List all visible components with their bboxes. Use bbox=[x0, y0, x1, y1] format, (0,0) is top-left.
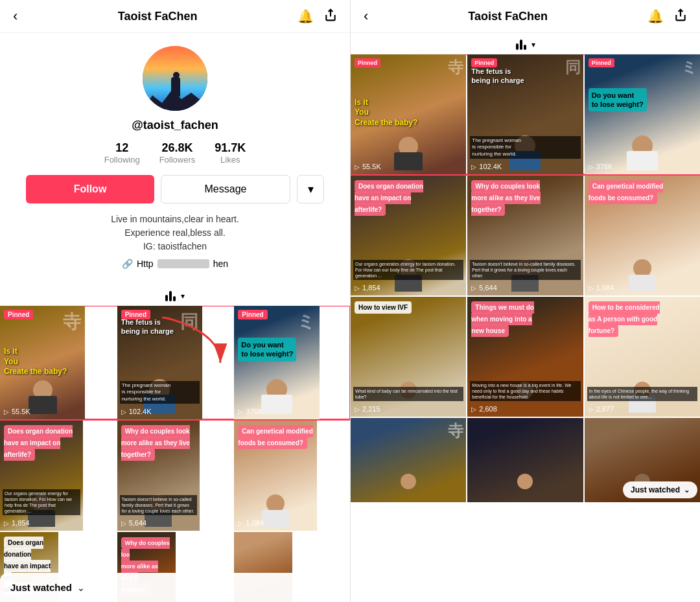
right-video-subtitle-4: Our organs generates energy for taoism d… bbox=[353, 260, 463, 280]
right-row-4: 寺 Just watched ⌄ bbox=[351, 418, 700, 502]
right-video-subtitle-2: The pregnant womanis responsible fornurt… bbox=[470, 136, 580, 159]
left-grid-tab[interactable] bbox=[165, 291, 176, 301]
right-kanji-3: ミ bbox=[681, 57, 697, 78]
right-video-11[interactable] bbox=[467, 418, 583, 502]
right-video-subtitle-5: Taoism doesn't believe in so-called fami… bbox=[470, 260, 580, 280]
right-video-2[interactable]: 同 Pinned The fetus isbeing in charge The… bbox=[467, 54, 583, 174]
left-video-count-4: ▷ 1,854 bbox=[4, 519, 30, 527]
left-video-content: 寺 Pinned Is itYouCreate the baby? ▷ 55.5… bbox=[0, 306, 350, 602]
left-panel: ‹ Taoist FaChen 🔔 bbox=[0, 0, 350, 602]
right-video-12[interactable]: Just watched ⌄ bbox=[585, 418, 700, 502]
left-video-2[interactable]: 同 Pinned The fetus isbeing in charge The… bbox=[117, 306, 202, 419]
left-likes-label: Likes bbox=[220, 155, 240, 165]
right-video-grid: 寺 Pinned Is itYouCreate the baby? ▷ 55.5… bbox=[351, 54, 700, 602]
link-icon: 🔗 bbox=[122, 259, 133, 269]
right-video-count-3: ▷ 376K bbox=[589, 163, 613, 170]
right-video-count-2: ▷ 102.4K bbox=[471, 163, 502, 170]
left-actions-row: Follow Message ▾ bbox=[13, 175, 337, 203]
left-video-count-3: ▷ 376K bbox=[238, 408, 262, 415]
left-video-title-6: Can genetical modifiedfoods be consumed? bbox=[238, 424, 313, 448]
left-video-5[interactable]: Why do couples lookmore alike as they li… bbox=[117, 421, 200, 531]
right-video-3[interactable]: ミ Pinned Do you wantto lose weight? ▷ 37… bbox=[585, 54, 700, 174]
right-video-title-3: Do you wantto lose weight? bbox=[589, 88, 696, 112]
left-video-title-4: Does organ donationhave an impact onafte… bbox=[4, 424, 79, 459]
kanji-1: 寺 bbox=[63, 310, 81, 334]
left-page-title: Taoist FaChen bbox=[118, 10, 198, 23]
right-header: ‹ Taoist FaChen 🔔 bbox=[351, 0, 700, 33]
left-pinned-row: 寺 Pinned Is itYouCreate the baby? ▷ 55.5… bbox=[0, 306, 350, 419]
right-video-subtitle-7: What kind of baby can be reincarnated in… bbox=[353, 387, 463, 401]
right-back-button[interactable]: ‹ bbox=[364, 8, 368, 25]
right-video-count-4: ▷ 1,854 bbox=[355, 284, 380, 292]
left-video-title-2: The fetus isbeing in charge bbox=[121, 318, 198, 336]
right-video-5[interactable]: Why do couples lookmore alike as they li… bbox=[467, 176, 583, 295]
left-header-icons: 🔔 bbox=[298, 8, 337, 25]
left-followers-count: 26.8K bbox=[161, 141, 192, 155]
right-video-7[interactable]: How to view IVF What kind of baby can be… bbox=[351, 297, 466, 417]
left-video-title-5: Why do couples lookmore alike as they li… bbox=[121, 424, 196, 459]
right-video-8[interactable]: Things we must dowhen moving into anew h… bbox=[467, 297, 583, 417]
left-just-watched[interactable]: Just watched ⌄ bbox=[0, 573, 350, 602]
left-video-4[interactable]: Does organ donationhave an impact onafte… bbox=[0, 421, 83, 531]
left-likes-count: 91.7K bbox=[215, 141, 246, 155]
right-video-count-1: ▷ 55.5K bbox=[355, 163, 381, 170]
left-just-watched-chevron: ⌄ bbox=[77, 583, 85, 593]
right-video-count-5: ▷ 5,644 bbox=[471, 284, 497, 292]
left-video-count-1: ▷ 55.5K bbox=[4, 408, 30, 415]
left-following-label: Following bbox=[104, 155, 140, 165]
right-just-watched[interactable]: Just watched ⌄ bbox=[623, 481, 697, 498]
right-pinned-1: Pinned bbox=[355, 58, 380, 67]
left-tab-dropdown[interactable]: ▾ bbox=[181, 292, 185, 301]
message-button[interactable]: Message bbox=[161, 175, 290, 203]
right-video-4[interactable]: Does organ donationhave an impact onafte… bbox=[351, 176, 466, 295]
play-icon-1: ▷ bbox=[4, 408, 9, 415]
right-video-title-7: How to view IVF bbox=[355, 301, 462, 312]
right-share-icon[interactable] bbox=[674, 8, 687, 25]
left-bio: Live in mountains,clear in heart. Experi… bbox=[111, 213, 239, 253]
left-row-2: Does organ donationhave an impact onafte… bbox=[0, 421, 350, 531]
left-profile-section: @taoist_fachen 12 Following 26.8K Follow… bbox=[0, 33, 350, 284]
right-row-3: How to view IVF What kind of baby can be… bbox=[351, 297, 700, 417]
right-video-title-2: The fetus isbeing in charge bbox=[471, 67, 579, 86]
left-video-subtitle-4: Our organs generate energy for taoism do… bbox=[3, 489, 80, 515]
follow-button[interactable]: Follow bbox=[26, 175, 154, 203]
more-options-button[interactable]: ▾ bbox=[297, 175, 324, 203]
play-icon-3: ▷ bbox=[238, 408, 243, 415]
left-share-icon[interactable] bbox=[324, 8, 337, 25]
right-video-title-9: How to be consideredas A person with goo… bbox=[589, 301, 696, 336]
left-stat-likes: 91.7K Likes bbox=[215, 141, 246, 165]
link-text[interactable]: Http bbox=[137, 259, 154, 269]
right-grid-tab[interactable] bbox=[516, 40, 526, 50]
right-pinned-3: Pinned bbox=[589, 58, 614, 67]
left-just-watched-label: Just watched bbox=[10, 582, 72, 593]
right-tab-dropdown[interactable]: ▾ bbox=[531, 40, 535, 49]
right-bell-icon[interactable]: 🔔 bbox=[648, 8, 664, 24]
right-video-9[interactable]: How to be consideredas A person with goo… bbox=[585, 297, 700, 417]
left-stats-row: 12 Following 26.8K Followers 91.7K Likes bbox=[104, 141, 246, 165]
left-followers-label: Followers bbox=[159, 155, 196, 165]
link-suffix: hen bbox=[213, 259, 228, 269]
left-stat-followers: 26.8K Followers bbox=[159, 141, 196, 165]
right-header-icons: 🔔 bbox=[648, 8, 687, 25]
left-video-subtitle-5: Taoism doesn't believe in so-called fami… bbox=[120, 495, 198, 515]
right-video-title-6: Can genetical modifiedfoods be consumed? bbox=[589, 179, 696, 203]
left-following-count: 12 bbox=[115, 141, 128, 155]
left-pinned-badge-1: Pinned bbox=[4, 310, 33, 319]
left-video-count-2: ▷ 102.4K bbox=[121, 408, 152, 415]
left-tab-bar: ▾ bbox=[0, 284, 350, 306]
left-back-button[interactable]: ‹ bbox=[13, 8, 18, 25]
kanji-3: ミ bbox=[297, 310, 316, 334]
right-video-6[interactable]: Can genetical modifiedfoods be consumed?… bbox=[585, 176, 700, 295]
avatar bbox=[143, 46, 207, 111]
right-video-count-6: ▷ 1,084 bbox=[589, 284, 614, 292]
left-video-1[interactable]: 寺 Pinned Is itYouCreate the baby? ▷ 55.5… bbox=[0, 306, 85, 419]
left-video-title-1: Is itYouCreate the baby? bbox=[4, 347, 81, 377]
right-video-10[interactable]: 寺 bbox=[351, 418, 466, 502]
right-video-title-8: Things we must dowhen moving into anew h… bbox=[471, 301, 579, 336]
right-video-1[interactable]: 寺 Pinned Is itYouCreate the baby? ▷ 55.5… bbox=[351, 54, 466, 174]
right-panel: ‹ Taoist FaChen 🔔 ▾ bbox=[350, 0, 700, 602]
left-bell-icon[interactable]: 🔔 bbox=[298, 8, 314, 24]
right-tab-bar: ▾ bbox=[351, 33, 700, 54]
left-video-6[interactable]: Can genetical modifiedfoods be consumed?… bbox=[234, 421, 317, 531]
left-video-3[interactable]: ミ Pinned Do you wantto lose weight? ▷ 37… bbox=[234, 306, 319, 419]
